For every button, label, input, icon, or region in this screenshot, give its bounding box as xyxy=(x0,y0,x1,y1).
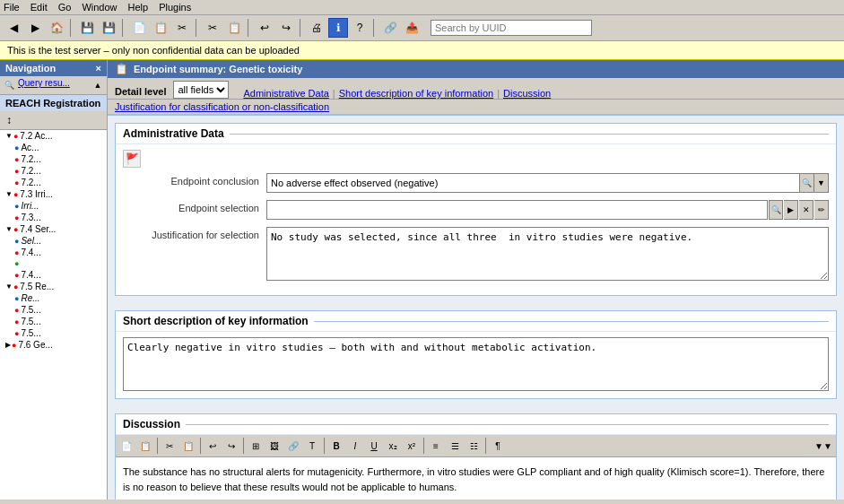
sidebar-query-label[interactable]: Query resu... xyxy=(18,78,70,92)
justification-textarea[interactable]: No study was selected, since all three i… xyxy=(266,227,829,281)
expand-7.5[interactable]: ▼ xyxy=(5,282,13,291)
tree-item-7.5[interactable]: ▼ ● 7.5 Re... xyxy=(0,281,107,292)
endpoint-conclusion-search-icon[interactable]: 🔍 xyxy=(800,173,814,193)
tab-administrative-data[interactable]: Administrative Data xyxy=(243,88,328,99)
disc-sep-2 xyxy=(200,438,201,454)
shortdesc-textarea[interactable]: Clearly negative in vitro studies – both… xyxy=(123,337,829,391)
disc-table-btn[interactable]: ⊞ xyxy=(247,437,265,455)
disc-list-btn[interactable]: ☷ xyxy=(465,437,483,455)
disc-paste-btn[interactable]: 📋 xyxy=(179,437,197,455)
menu-edit[interactable]: Edit xyxy=(30,2,48,13)
tree-item-7.4[interactable]: ▼ ● 7.4 Ser... xyxy=(0,223,107,235)
sidebar-collapse-icon[interactable]: × xyxy=(96,63,101,74)
sidebar-scroll-up[interactable]: ▲ xyxy=(91,78,105,92)
paste-button[interactable]: 📋 xyxy=(224,18,244,38)
tree-item-7.2b[interactable]: ● 7.2... xyxy=(0,153,107,165)
tree-item-7.5d[interactable]: ● 7.5... xyxy=(0,327,107,339)
tree-item-7.3a[interactable]: ● Irri... xyxy=(0,200,107,212)
help-button[interactable]: ? xyxy=(350,18,370,38)
endpoint-selection-input[interactable] xyxy=(266,200,768,220)
link-button[interactable]: 🔗 xyxy=(380,18,400,38)
new-button[interactable]: 📄 xyxy=(129,18,149,38)
tree-item-7.4a[interactable]: ● Sel... xyxy=(0,235,107,247)
disc-undo-btn[interactable]: ↩ xyxy=(204,437,222,455)
print-button[interactable]: 🖨 xyxy=(307,18,326,38)
menu-file[interactable]: File xyxy=(4,2,20,13)
tab-short-description[interactable]: Short description of key information xyxy=(339,88,493,99)
disc-b-btn[interactable]: B xyxy=(327,437,345,455)
disc-u-btn[interactable]: U xyxy=(365,437,383,455)
expand-7.4[interactable]: ▼ xyxy=(5,225,13,233)
cut-button[interactable]: ✂ xyxy=(203,18,222,38)
redo-button[interactable]: ↪ xyxy=(276,18,296,38)
sidebar-search-btn[interactable]: 🔍 xyxy=(2,78,16,92)
detail-level-select[interactable]: all fields xyxy=(173,81,229,99)
admin-section-header: Administrative Data xyxy=(116,124,836,144)
sort-btn[interactable]: ↕ xyxy=(2,113,16,127)
export-button[interactable]: 📤 xyxy=(402,18,422,38)
disc-redo-btn[interactable]: ↪ xyxy=(222,437,240,455)
disc-sep-4 xyxy=(324,438,325,454)
expand-7.6[interactable]: ▶ xyxy=(5,341,11,349)
endpoint-selection-edit-icon[interactable]: ✏ xyxy=(814,200,829,220)
tree-item-7.5a[interactable]: ● Re... xyxy=(0,292,107,304)
endpoint-conclusion-input[interactable] xyxy=(266,173,800,193)
toolbar-sep-1 xyxy=(70,19,74,37)
tree-item-7.3b[interactable]: ● 7.3... xyxy=(0,212,107,223)
flag-button[interactable]: 🚩 xyxy=(123,150,141,168)
forward-button[interactable]: ▶ xyxy=(25,18,45,38)
tree-item-7.5b[interactable]: ● 7.5... xyxy=(0,304,107,316)
disc-pilcrow-btn[interactable]: ¶ xyxy=(489,437,507,455)
menu-window[interactable]: Window xyxy=(82,2,117,13)
short-description-section: Short description of key information Cle… xyxy=(115,310,837,399)
disc-sup-btn[interactable]: x² xyxy=(403,437,421,455)
endpoint-selection-clear-icon[interactable]: ✕ xyxy=(799,200,814,220)
disc-sub-btn[interactable]: x₂ xyxy=(384,437,402,455)
delete-button[interactable]: ✂ xyxy=(172,18,192,38)
tree-item-7.6[interactable]: ▶ ● 7.6 Ge... xyxy=(0,339,107,351)
tab-discussion[interactable]: Discussion xyxy=(503,88,551,99)
endpoint-selection-label: Endpoint selection xyxy=(123,200,266,213)
tree-item-7.2c[interactable]: ● 7.2... xyxy=(0,165,107,177)
tab-justification[interactable]: Justification for classification or non-… xyxy=(115,101,329,112)
tree-item-7.2a[interactable]: ● Ac... xyxy=(0,142,107,153)
discussion-text[interactable]: The substance has no structural alerts f… xyxy=(116,457,836,500)
tree-item-7.2d[interactable]: ● 7.2... xyxy=(0,177,107,188)
expand-7.3[interactable]: ▼ xyxy=(5,190,13,198)
disc-more-btn[interactable]: ▼▼ xyxy=(813,437,834,455)
copy-button[interactable]: 📋 xyxy=(151,18,170,38)
tree-item-7.4d[interactable]: ● 7.4... xyxy=(0,269,107,281)
expand-7.2[interactable]: ▼ xyxy=(5,132,13,140)
tree-item-7.4c[interactable]: ● xyxy=(0,258,107,269)
save-button[interactable]: 💾 xyxy=(77,18,97,38)
tree-item-7.2[interactable]: ▼ ● 7.2 Ac... xyxy=(0,130,107,142)
content-area: 📋 Endpoint summary: Genetic toxicity Det… xyxy=(108,60,844,500)
disc-i-btn[interactable]: I xyxy=(346,437,364,455)
disc-format-btn[interactable]: T xyxy=(303,437,321,455)
disc-new-btn[interactable]: 📄 xyxy=(117,437,135,455)
discussion-header: Discussion xyxy=(116,414,836,435)
home-button[interactable]: 🏠 xyxy=(47,18,66,38)
disc-link-btn[interactable]: 🔗 xyxy=(284,437,302,455)
endpoint-selection-search-icon[interactable]: 🔍 xyxy=(769,200,783,220)
disc-copy-btn[interactable]: 📋 xyxy=(136,437,154,455)
back-button[interactable]: ◀ xyxy=(4,18,23,38)
undo-button[interactable]: ↩ xyxy=(255,18,274,38)
endpoint-conclusion-dropdown-icon[interactable]: ▼ xyxy=(814,173,829,193)
disc-cut-btn[interactable]: ✂ xyxy=(161,437,178,455)
menu-help[interactable]: Help xyxy=(128,2,149,13)
menu-plugins[interactable]: Plugins xyxy=(159,2,191,13)
save-all-button[interactable]: 💾 xyxy=(99,18,118,38)
menu-go[interactable]: Go xyxy=(58,2,72,13)
tree-item-7.5c[interactable]: ● 7.5... xyxy=(0,316,107,327)
tree-item-7.3[interactable]: ▼ ● 7.3 Irri... xyxy=(0,188,107,200)
disc-img-btn[interactable]: 🖼 xyxy=(265,437,283,455)
admin-section-content: 🚩 Endpoint conclusion 🔍 ▼ xyxy=(116,144,836,295)
uuid-search-input[interactable] xyxy=(431,20,592,36)
info-button[interactable]: ℹ xyxy=(328,18,348,38)
disc-align-center-btn[interactable]: ☰ xyxy=(446,437,464,455)
toolbar-sep-4 xyxy=(248,19,251,37)
endpoint-selection-next-icon[interactable]: ▶ xyxy=(784,200,798,220)
tree-item-7.4b[interactable]: ● 7.4... xyxy=(0,247,107,258)
disc-align-left-btn[interactable]: ≡ xyxy=(427,437,445,455)
